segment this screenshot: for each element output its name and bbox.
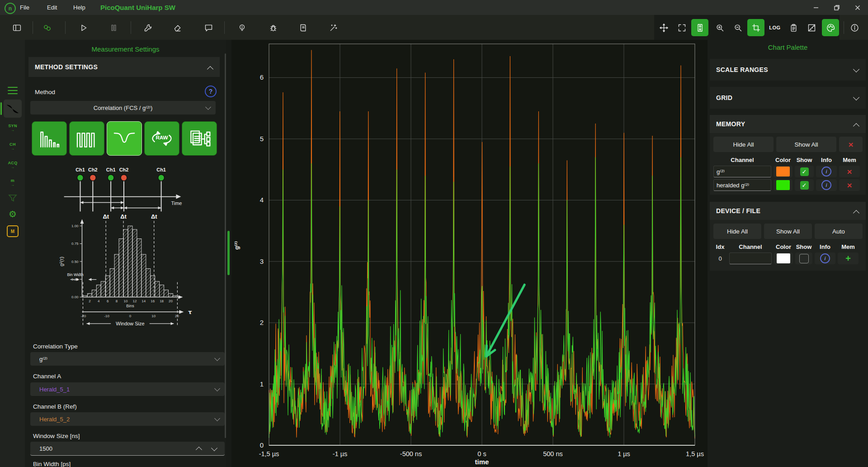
copy-data-button[interactable]	[785, 19, 802, 36]
rail-item-histogram[interactable]	[4, 100, 22, 118]
fit-vertical-button[interactable]	[691, 19, 708, 36]
method-correlation-button[interactable]	[107, 121, 142, 156]
device-col-idx: Idx	[713, 243, 727, 250]
splitter-grip[interactable]	[227, 231, 230, 275]
rail-item-sync[interactable]: SYN	[4, 120, 22, 136]
menu-help[interactable]: Help	[67, 0, 92, 15]
grid-section-header[interactable]: GRID	[710, 87, 866, 109]
method-records-button[interactable]	[182, 121, 217, 156]
toggle-sidebar-button[interactable]	[8, 19, 25, 36]
close-button[interactable]	[847, 0, 868, 15]
hist-bar	[114, 254, 119, 297]
measure-button[interactable]	[803, 19, 820, 36]
stepper-up-icon[interactable]	[196, 447, 202, 453]
memory-show-cell[interactable]: ✓	[795, 166, 814, 177]
device-show-all-button[interactable]: Show All	[764, 224, 812, 239]
pause-measurement-button[interactable]	[105, 19, 122, 36]
device-show-cell[interactable]	[795, 253, 812, 264]
hist-y-tick: 0.75	[71, 242, 79, 246]
arrowhead	[86, 322, 90, 325]
zoom-in-button[interactable]	[711, 19, 728, 36]
help-icon[interactable]: ?	[205, 86, 217, 97]
manual-button[interactable]	[294, 19, 311, 36]
channel-b-dropdown[interactable]: Herald_5_2	[30, 412, 225, 426]
tips-button[interactable]	[233, 19, 250, 36]
toolbar-separator	[131, 21, 131, 34]
rail-item-channels[interactable]: CH	[4, 139, 22, 154]
memory-clear-all-button[interactable]: ×	[839, 137, 863, 152]
info-icon: i	[820, 253, 830, 263]
method-settings-label: METHOD SETTINGS	[35, 63, 98, 71]
navigation-rail: SYN CH ACQ m ⚙ M ⚙	[0, 40, 25, 467]
minimize-button[interactable]	[806, 0, 826, 15]
device-auto-button[interactable]: Auto	[815, 224, 863, 239]
method-histogram-button[interactable]	[32, 121, 67, 156]
device-file-section-header[interactable]: DEVICE / FILE	[710, 202, 866, 220]
clear-button[interactable]	[169, 19, 186, 36]
scale-ranges-section-header[interactable]: SCALE RANGES	[710, 59, 866, 81]
rail-item-filter[interactable]	[4, 191, 22, 206]
rail-item-memory[interactable]: M	[4, 224, 22, 239]
memory-delete-cell[interactable]: ×	[839, 179, 860, 191]
memory-section-header[interactable]: MEMORY	[710, 115, 866, 133]
wizard-button[interactable]	[325, 19, 342, 36]
device-color-cell[interactable]	[774, 253, 793, 264]
start-measurement-button[interactable]	[75, 19, 92, 36]
zoom-region-button[interactable]	[747, 19, 764, 36]
device-hide-all-button[interactable]: Hide All	[713, 224, 761, 239]
memory-channel-name-field[interactable]: heralded g⁽²⁾	[713, 179, 771, 191]
memory-color-cell[interactable]	[774, 166, 793, 177]
method-dropdown[interactable]: Correlation (FCS / g⁽²⁾)	[30, 101, 216, 114]
feedback-button[interactable]	[200, 19, 217, 36]
debug-report-button[interactable]	[264, 19, 282, 36]
chevron-down-icon	[214, 415, 220, 421]
chart-palette-button[interactable]	[822, 19, 839, 36]
arrowhead	[124, 206, 127, 209]
fit-all-button[interactable]	[673, 19, 690, 36]
event-dot	[108, 175, 114, 181]
device-add-cell[interactable]: +	[838, 253, 859, 264]
memory-color-cell[interactable]	[774, 179, 793, 191]
hist-y-tick: 0.00	[71, 295, 79, 299]
device-channel-name-field[interactable]	[729, 253, 772, 264]
arrowhead	[80, 201, 83, 204]
window-size-stepper[interactable]: 1500	[30, 442, 225, 456]
connect-device-button[interactable]	[38, 19, 56, 36]
x-tick-label: 1 µs	[618, 450, 630, 457]
zoom-out-button[interactable]	[729, 19, 746, 36]
memory-delete-cell[interactable]: ×	[839, 166, 860, 177]
tools-button[interactable]	[139, 19, 156, 36]
filter-icon	[7, 193, 18, 204]
log-scale-button[interactable]: LOG	[766, 19, 783, 36]
memory-hide-all-button[interactable]: Hide All	[713, 137, 774, 152]
correlation-chart[interactable]: 0123456-1,5 µs-1 µs-500 ns0 s500 ns1 µs1…	[231, 40, 708, 467]
menu-file[interactable]: File	[14, 0, 36, 15]
rail-item-acquisition[interactable]: ACQ	[4, 157, 22, 173]
memory-channel-name-field[interactable]: g⁽²⁾	[713, 166, 771, 177]
rail-menu-button[interactable]	[4, 83, 22, 98]
memory-show-all-button[interactable]: Show All	[776, 137, 836, 152]
rail-item-settings-gears[interactable]: ⚙	[4, 206, 22, 222]
rail-item-measurement[interactable]: m	[4, 175, 22, 191]
method-settings-section-header[interactable]: METHOD SETTINGS	[28, 57, 220, 77]
memory-info-cell[interactable]: i	[816, 179, 837, 191]
chevron-down-icon	[853, 94, 859, 100]
menu-edit[interactable]: Edit	[41, 0, 63, 15]
memory-info-cell[interactable]: i	[816, 166, 837, 177]
stepper-down-icon[interactable]	[211, 445, 217, 451]
restore-button[interactable]	[826, 0, 847, 15]
chevron-down-icon	[205, 104, 211, 110]
x-tick-label: -1 µs	[333, 450, 348, 457]
method-raw-button[interactable]: RAW	[144, 121, 179, 156]
svg-text:RAW: RAW	[156, 134, 168, 140]
hist-bar	[146, 269, 151, 297]
memory-show-cell[interactable]: ✓	[795, 179, 814, 191]
panel-splitter[interactable]	[226, 40, 231, 467]
device-idx-value: 0	[713, 255, 727, 262]
about-button[interactable]	[846, 19, 863, 36]
channel-a-dropdown[interactable]: Herald_5_1	[30, 382, 225, 396]
pan-tool-button[interactable]	[655, 19, 672, 36]
method-timetrace-button[interactable]	[69, 121, 104, 156]
correlation-type-dropdown[interactable]: g⁽²⁾	[30, 352, 225, 366]
device-info-cell[interactable]: i	[815, 253, 835, 264]
